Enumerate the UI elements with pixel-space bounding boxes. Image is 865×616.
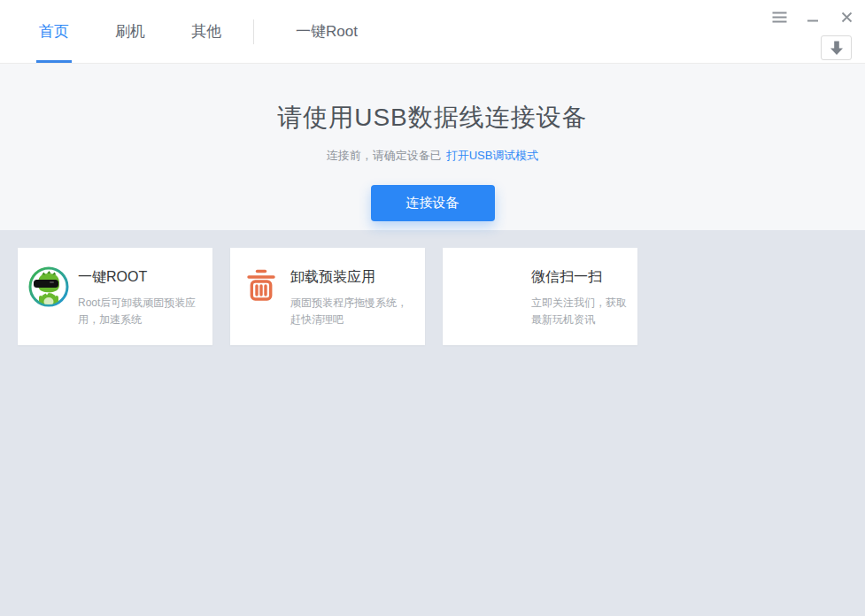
qr-code-placeholder	[452, 261, 522, 332]
card-title: 微信扫一扫	[531, 268, 630, 287]
connect-hint-text: 连接前，请确定设备已	[327, 149, 442, 162]
connect-hint: 连接前，请确定设备已打开USB调试模式	[0, 148, 865, 164]
connect-hero: 请使用USB数据线连接设备 连接前，请确定设备已打开USB调试模式 连接设备	[0, 64, 865, 230]
connect-device-button[interactable]: 连接设备	[371, 185, 495, 221]
tab-other[interactable]: 其他	[191, 0, 221, 63]
window-controls	[755, 9, 856, 25]
card-title: 一键ROOT	[78, 268, 206, 287]
minimize-icon[interactable]	[803, 9, 823, 25]
tab-flash[interactable]: 刷机	[115, 0, 145, 63]
app-window: 首页 刷机 其他 一键Root	[0, 0, 865, 616]
card-description: 顽固预装程序拖慢系统， 赶快清理吧	[290, 295, 419, 328]
tab-divider	[253, 19, 254, 44]
tab-bar: 首页 刷机 其他 一键Root	[0, 0, 865, 63]
mascot-root-icon	[28, 266, 69, 311]
page-title: 请使用USB数据线连接设备	[0, 101, 865, 135]
card-title: 卸载预装应用	[290, 268, 419, 287]
card-text: 一键ROOT Root后可卸载顽固预装应 用，加速系统	[78, 268, 206, 328]
usb-debug-mode-link[interactable]: 打开USB调试模式	[446, 149, 539, 162]
card-text: 微信扫一扫 立即关注我们，获取 最新玩机资讯	[531, 268, 630, 328]
trash-icon	[244, 267, 278, 306]
tab-one-key-root[interactable]: 一键Root	[296, 0, 358, 63]
download-arrow-icon	[830, 41, 844, 56]
tab-home[interactable]: 首页	[39, 0, 69, 63]
card-description: 立即关注我们，获取 最新玩机资讯	[531, 295, 630, 328]
download-button[interactable]	[821, 35, 852, 60]
card-one-key-root[interactable]: 一键ROOT Root后可卸载顽固预装应 用，加速系统	[18, 248, 212, 345]
menu-icon[interactable]	[769, 9, 789, 25]
card-text: 卸载预装应用 顽固预装程序拖慢系统， 赶快清理吧	[290, 268, 419, 328]
card-description: Root后可卸载顽固预装应 用，加速系统	[78, 295, 206, 328]
card-uninstall-preinstalled[interactable]: 卸载预装应用 顽固预装程序拖慢系统， 赶快清理吧	[230, 248, 425, 345]
close-icon[interactable]	[837, 9, 856, 25]
navbar: 首页 刷机 其他 一键Root	[0, 0, 865, 64]
feature-section: 一键ROOT Root后可卸载顽固预装应 用，加速系统	[0, 230, 865, 616]
feature-cards: 一键ROOT Root后可卸载顽固预装应 用，加速系统	[18, 248, 847, 345]
card-wechat-scan[interactable]: 微信扫一扫 立即关注我们，获取 最新玩机资讯	[443, 248, 637, 345]
